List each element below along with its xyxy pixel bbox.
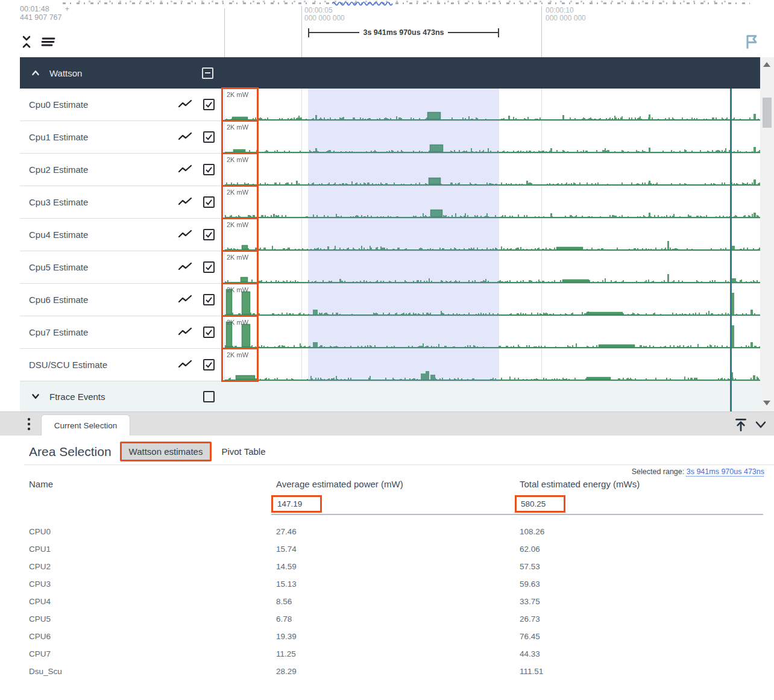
counter-track-canvas[interactable] (225, 349, 760, 381)
scrollbar-thumb[interactable] (763, 98, 772, 128)
track-checkbox-checked[interactable] (203, 229, 215, 240)
scroll-down-arrow-icon[interactable] (763, 401, 770, 405)
track-sort-menu-icon[interactable] (40, 35, 56, 48)
counter-track-canvas[interactable] (225, 121, 760, 153)
track-checkbox-checked[interactable] (203, 327, 215, 338)
track-checkbox-checked[interactable] (203, 196, 215, 208)
viewport-origin-timestamp: 00:01:48+ 441 907 767 (20, 5, 69, 22)
track-scale-label: 2K mW (223, 349, 257, 358)
counter-track-canvas[interactable] (225, 186, 760, 218)
track-checkbox-checked[interactable] (203, 294, 215, 305)
selection-edge-marker[interactable] (730, 89, 732, 411)
track-row-cpu3[interactable]: Cpu3 Estimate 2K mW (20, 186, 760, 219)
line-chart-icon (178, 99, 192, 110)
annotation-box-scale: 2K mW (221, 120, 259, 154)
timeline-ruler[interactable]: 00:01:48+ 441 907 767 00:00:05 000 000 0… (0, 0, 774, 57)
line-chart-icon (178, 359, 192, 370)
track-checkbox-checked[interactable] (203, 164, 215, 175)
vertical-scrollbar[interactable] (760, 57, 774, 411)
track-name: Cpu5 Estimate (29, 262, 88, 272)
track-row-cpu2[interactable]: Cpu2 Estimate 2K mW (20, 154, 760, 186)
ruler-gridline (224, 8, 225, 57)
line-chart-icon (178, 131, 192, 142)
ruler-gridline (301, 6, 302, 57)
column-header-name: Name (29, 479, 276, 489)
counter-track-canvas[interactable] (225, 89, 760, 120)
line-chart-icon (178, 229, 192, 240)
counter-track-canvas[interactable] (225, 219, 760, 251)
clipped-text-remnant (78, 1, 729, 2)
chevron-up-icon[interactable] (29, 66, 42, 80)
table-row: Dsu_Scu28.29111.51 (29, 663, 764, 680)
track-row-cpu1[interactable]: Cpu1 Estimate 2K mW (20, 121, 760, 154)
group-checkbox-indeterminate[interactable] (202, 67, 213, 79)
expand-panel-icon[interactable] (733, 417, 749, 433)
tab-label: Current Selection (54, 421, 117, 430)
track-scale-label: 2K mW (223, 252, 257, 261)
track-name: Cpu3 Estimate (29, 197, 88, 207)
track-checkbox-checked[interactable] (203, 261, 215, 273)
track-list: Cpu0 Estimate 2K mW Cpu1 Estimate 2K mW (0, 89, 774, 381)
selected-range: Selected range: 3s 941ms 970us 473ns (632, 467, 764, 476)
line-chart-icon (178, 261, 192, 272)
track-group-wattson[interactable]: Wattson (20, 57, 760, 89)
track-row-cpu6[interactable]: Cpu6 Estimate 2K mW (20, 284, 760, 316)
kebab-menu-icon[interactable] (24, 417, 34, 431)
annotation-box-scale: 2K mW (221, 152, 259, 187)
group-checkbox-unchecked[interactable] (203, 391, 215, 402)
track-scale-label: 2K mW (223, 219, 257, 228)
track-name: Cpu6 Estimate (29, 295, 88, 305)
counter-track-canvas[interactable] (225, 316, 760, 348)
group-title: Ftrace Events (49, 392, 105, 402)
tab-current-selection[interactable]: Current Selection (41, 414, 130, 436)
line-chart-icon (178, 164, 192, 175)
counter-track-canvas[interactable] (225, 284, 760, 316)
table-row: CPU214.5957.53 (29, 558, 764, 575)
collapse-tracks-icon[interactable] (20, 34, 33, 49)
track-checkbox-checked[interactable] (203, 99, 215, 110)
bottom-tab-bar: Current Selection (0, 411, 774, 436)
annotation-box-scale: 2K mW (221, 283, 259, 317)
track-scale-label: 2K mW (223, 122, 257, 131)
track-checkbox-checked[interactable] (203, 131, 215, 143)
track-name: Cpu2 Estimate (29, 164, 88, 175)
track-scale-label: 2K mW (223, 89, 257, 98)
line-chart-icon (178, 294, 192, 305)
group-title: Wattson (49, 68, 82, 78)
flag-icon[interactable] (743, 33, 760, 50)
track-row-cpu4[interactable]: Cpu4 Estimate 2K mW (20, 219, 760, 251)
tab-wattson-estimates[interactable]: Wattson estimates (120, 442, 212, 461)
track-row-cpu0[interactable]: Cpu0 Estimate 2K mW (20, 89, 760, 121)
track-name: DSU/SCU Estimate (29, 360, 107, 370)
collapse-panel-chevron-icon[interactable] (754, 419, 768, 431)
track-row-dsu-scu[interactable]: DSU/SCU Estimate 2K mW (20, 349, 760, 381)
panel-title: Area Selection (29, 445, 112, 459)
scroll-up-arrow-icon[interactable] (763, 62, 770, 67)
track-name: Cpu4 Estimate (29, 230, 88, 240)
selected-range-label: Selected range: (632, 467, 685, 476)
track-row-cpu7[interactable]: Cpu7 Estimate 2K mW (20, 316, 760, 349)
counter-track-canvas[interactable] (225, 154, 760, 186)
track-name: Cpu0 Estimate (29, 99, 88, 110)
column-header-power: Average estimated power (mW) (276, 479, 520, 489)
table-row: CPU48.5633.75 (29, 593, 764, 610)
chevron-down-icon[interactable] (29, 390, 42, 403)
track-group-ftrace-events[interactable]: Ftrace Events (20, 381, 760, 411)
annotation-box-total-power: 147.19 (271, 495, 322, 513)
track-scale-label: 2K mW (223, 284, 257, 293)
totals-underline (271, 514, 763, 515)
selected-range-link[interactable]: 3s 941ms 970us 473ns (687, 467, 764, 476)
time-marker: 00:00:05 000 000 000 (304, 7, 345, 22)
selection-duration-bracket: 3s 941ms 970us 473ns (308, 28, 499, 37)
track-row-cpu5[interactable]: Cpu5 Estimate 2K mW (20, 251, 760, 284)
tab-pivot-table[interactable]: Pivot Table (220, 443, 266, 460)
counter-track-canvas[interactable] (225, 251, 760, 283)
track-name: Cpu7 Estimate (29, 327, 88, 337)
selection-duration-label: 3s 941ms 970us 473ns (359, 28, 447, 37)
table-row: CPU115.7462.06 (29, 540, 764, 558)
track-scale-label: 2K mW (223, 317, 257, 326)
annotation-box-scale: 2K mW (221, 348, 259, 382)
ruler-gridline (541, 6, 542, 57)
track-checkbox-checked[interactable] (203, 359, 215, 370)
annotation-box-scale: 2K mW (221, 250, 259, 284)
